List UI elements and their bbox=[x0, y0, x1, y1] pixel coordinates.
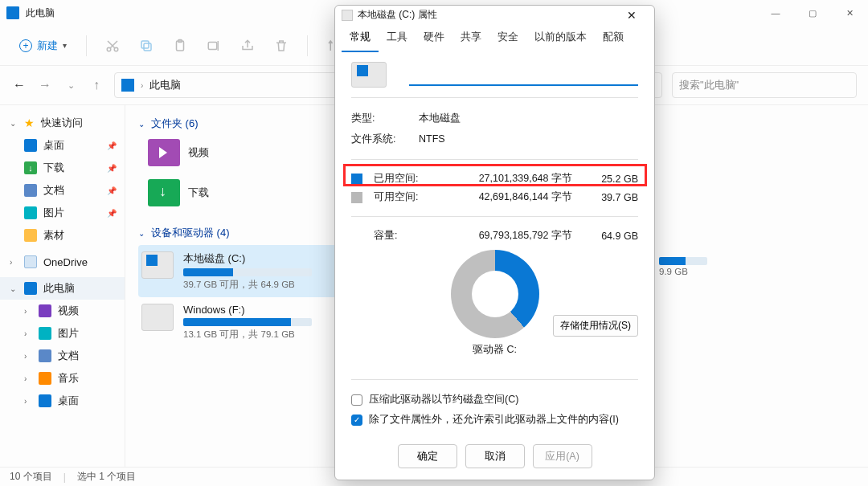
search-input[interactable]: 搜索"此电脑" bbox=[672, 72, 857, 98]
maximize-button[interactable]: ▢ bbox=[794, 0, 831, 26]
chevron-down-icon: ⌄ bbox=[10, 284, 18, 293]
checkbox-checked-icon: ✓ bbox=[351, 415, 362, 426]
forward-button[interactable]: → bbox=[37, 78, 53, 92]
folder-icon bbox=[24, 229, 37, 242]
drive-name-input[interactable] bbox=[409, 63, 638, 86]
music-icon bbox=[39, 372, 51, 385]
chevron-right-icon: › bbox=[24, 352, 32, 361]
back-button[interactable]: ← bbox=[11, 78, 27, 92]
used-bytes: 27,101,339,648 字节 bbox=[441, 172, 582, 186]
free-color-swatch bbox=[351, 192, 362, 203]
chevron-down-icon: ⌄ bbox=[10, 119, 18, 128]
capacity-label: 容量: bbox=[374, 229, 430, 243]
sidebar-quick-access[interactable]: ⌄★快速访问 bbox=[0, 112, 125, 134]
index-checkbox-row[interactable]: ✓ 除了文件属性外，还允许索引此驱动器上文件的内容(I) bbox=[351, 410, 638, 430]
drive-f[interactable]: Windows (F:) 13.1 GB 可用，共 79.1 GB bbox=[138, 297, 339, 347]
sidebar-onedrive[interactable]: ›OneDrive bbox=[0, 251, 125, 272]
sidebar-item-pictures[interactable]: ›图片 bbox=[0, 322, 125, 345]
desktop-icon bbox=[39, 394, 51, 407]
capacity-bytes: 69,793,185,792 字节 bbox=[441, 229, 582, 243]
sidebar-item-music[interactable]: ›音乐 bbox=[0, 367, 125, 390]
drive-usage-bar bbox=[183, 318, 312, 326]
type-label: 类型: bbox=[351, 112, 403, 125]
storage-usage-button[interactable]: 存储使用情况(S) bbox=[553, 315, 638, 337]
share-icon[interactable] bbox=[231, 30, 264, 62]
pin-icon: 📌 bbox=[107, 186, 117, 195]
copy-icon[interactable] bbox=[130, 30, 162, 62]
pin-icon: 📌 bbox=[107, 209, 117, 218]
apply-button[interactable]: 应用(A) bbox=[533, 444, 592, 468]
pin-icon: 📌 bbox=[107, 141, 117, 150]
up-button[interactable]: ↑ bbox=[88, 78, 104, 92]
sidebar-item-documents[interactable]: 文档📌 bbox=[0, 179, 125, 202]
this-pc-icon bbox=[24, 282, 37, 295]
tab-general[interactable]: 常规 bbox=[342, 24, 379, 52]
drive-name: Windows (F:) bbox=[183, 304, 312, 316]
used-space-row: 已用空间: 27,101,339,648 字节 25.2 GB bbox=[351, 169, 638, 188]
sidebar-item-documents[interactable]: ›文档 bbox=[0, 345, 125, 367]
sidebar-item-pictures[interactable]: 图片📌 bbox=[0, 202, 125, 224]
folder-tile-downloads[interactable]: 下载 bbox=[148, 179, 209, 206]
drive-label: 驱动器 C: bbox=[351, 343, 638, 357]
paste-icon[interactable] bbox=[164, 30, 196, 62]
type-value: 本地磁盘 bbox=[419, 112, 461, 125]
tab-security[interactable]: 安全 bbox=[489, 24, 526, 52]
tabs: 常规 工具 硬件 共享 安全 以前的版本 配额 bbox=[335, 24, 654, 52]
close-button[interactable]: ✕ bbox=[616, 9, 648, 22]
used-color-swatch bbox=[351, 174, 362, 185]
chevron-right-icon: › bbox=[24, 307, 32, 316]
toolbar-separator bbox=[86, 35, 87, 56]
sidebar-item-desktop[interactable]: 桌面📌 bbox=[0, 134, 125, 157]
tab-previous-versions[interactable]: 以前的版本 bbox=[526, 24, 595, 52]
tab-hardware[interactable]: 硬件 bbox=[416, 24, 452, 52]
sidebar-this-pc[interactable]: ⌄此电脑 bbox=[0, 277, 125, 300]
new-button[interactable]: + 新建 ▾ bbox=[10, 34, 76, 58]
drive-icon bbox=[141, 251, 174, 279]
close-button[interactable]: ✕ bbox=[831, 0, 868, 26]
sidebar-item-downloads[interactable]: ↓下载📌 bbox=[0, 157, 125, 179]
star-icon: ★ bbox=[24, 116, 35, 129]
toolbar-separator bbox=[307, 35, 308, 56]
new-label: 新建 bbox=[37, 39, 58, 53]
cancel-button[interactable]: 取消 bbox=[465, 444, 525, 468]
chevron-right-icon: › bbox=[24, 397, 32, 406]
chevron-down-icon: ⌄ bbox=[138, 229, 146, 238]
tab-quota[interactable]: 配额 bbox=[595, 24, 632, 52]
chevron-right-icon: › bbox=[10, 258, 18, 267]
properties-dialog: 本地磁盘 (C:) 属性 ✕ 常规 工具 硬件 共享 安全 以前的版本 配额 类… bbox=[334, 5, 655, 480]
capacity-gb: 64.9 GB bbox=[593, 231, 638, 242]
search-placeholder: 搜索"此电脑" bbox=[679, 78, 739, 92]
sidebar-item-desktop[interactable]: ›桌面 bbox=[0, 390, 125, 412]
recent-locations-button[interactable]: ⌄ bbox=[63, 80, 79, 91]
this-pc-icon bbox=[6, 6, 19, 19]
rename-icon[interactable] bbox=[198, 30, 230, 62]
sidebar-item-videos[interactable]: ›视频 bbox=[0, 300, 125, 322]
divider bbox=[351, 97, 638, 98]
folder-tile-video[interactable]: 视频 bbox=[148, 139, 209, 166]
window-controls: ― ▢ ✕ bbox=[757, 0, 868, 26]
checkbox-icon bbox=[351, 394, 362, 406]
document-icon bbox=[39, 349, 51, 362]
minimize-button[interactable]: ― bbox=[757, 0, 794, 26]
navigation-pane: ⌄★快速访问 桌面📌 ↓下载📌 文档📌 图片📌 素材 ›OneDrive ⌄此电… bbox=[0, 105, 125, 467]
address-text: 此电脑 bbox=[149, 78, 181, 92]
free-bytes: 42,691,846,144 字节 bbox=[441, 190, 582, 204]
tab-sharing[interactable]: 共享 bbox=[452, 24, 489, 52]
chevron-down-icon: ⌄ bbox=[138, 120, 146, 129]
cut-icon[interactable] bbox=[96, 30, 129, 62]
drive-c[interactable]: 本地磁盘 (C:) 39.7 GB 可用，共 64.9 GB bbox=[138, 245, 339, 297]
divider bbox=[351, 159, 638, 160]
ok-button[interactable]: 确定 bbox=[398, 444, 457, 468]
status-selected: 选中 1 个项目 bbox=[77, 470, 136, 484]
video-icon bbox=[39, 304, 51, 317]
status-item-count: 10 个项目 bbox=[10, 470, 52, 484]
pictures-icon bbox=[24, 206, 37, 219]
desktop-icon bbox=[24, 139, 37, 152]
svg-rect-3 bbox=[141, 41, 149, 48]
this-pc-icon bbox=[121, 79, 134, 92]
sidebar-item-materials[interactable]: 素材 bbox=[0, 224, 125, 247]
compress-checkbox-row[interactable]: 压缩此驱动器以节约磁盘空间(C) bbox=[351, 390, 638, 410]
delete-icon[interactable] bbox=[265, 30, 297, 62]
explorer-title: 此电脑 bbox=[26, 6, 55, 20]
tab-tools[interactable]: 工具 bbox=[379, 24, 416, 52]
